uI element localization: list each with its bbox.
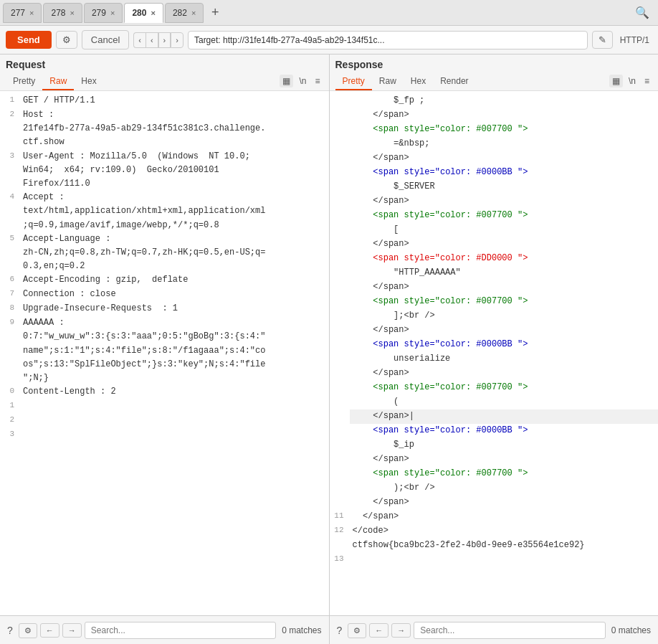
request-tab-raw[interactable]: Raw	[42, 73, 74, 90]
tab-add-button[interactable]: +	[205, 3, 225, 23]
tab-279-label: 279	[92, 8, 106, 18]
request-line-4: 4 Accept : text/html,application/xhtml+x…	[0, 191, 329, 232]
send-button[interactable]: Send	[6, 31, 52, 49]
tab-280[interactable]: 280 ×	[124, 3, 163, 23]
response-tab-render[interactable]: Render	[433, 73, 475, 90]
response-line-span14: <span style="color: #007700 ">	[330, 381, 659, 395]
request-tab-pretty[interactable]: Pretty	[6, 73, 42, 90]
bottom-bars: ? ⚙ ← → 0 matches ? ⚙ ← → 0 matches	[0, 615, 658, 644]
response-line-span13: </span>	[330, 366, 659, 381]
request-panel: Request Pretty Raw Hex ▦ \n ≡ 1 GET / HT…	[0, 55, 330, 615]
request-help-icon[interactable]: ?	[4, 623, 16, 638]
http-version: HTTP/1	[617, 35, 652, 45]
response-line-11: 11 </span>	[330, 510, 659, 524]
main-content: Request Pretty Raw Hex ▦ \n ≡ 1 GET / HT…	[0, 55, 658, 615]
response-line-span15-hl: </span>|	[330, 409, 659, 424]
tab-277-close[interactable]: ×	[29, 9, 34, 17]
response-line-span12: <span style="color: #0000BB ">	[330, 338, 659, 352]
response-line-flag: ctfshow{bca9bc23-2fe2-4b0d-9ee9-e35564e1…	[330, 539, 659, 553]
request-line-2: 2 Host : 21fe14fb-277a-49a5-ab29-134f51c…	[0, 108, 329, 150]
response-line-server: $_SERVER	[330, 180, 659, 194]
response-line-span19: </span>	[330, 496, 659, 510]
request-line-e3: 3	[0, 428, 329, 442]
response-line-span1: </span>	[330, 108, 659, 123]
response-panel-header: Response Pretty Raw Hex Render ▦ \n ≡	[330, 55, 659, 91]
response-help-icon[interactable]: ?	[334, 623, 345, 638]
nav-next2-button[interactable]: ›	[171, 32, 183, 48]
cancel-button[interactable]: Cancel	[82, 30, 129, 49]
response-menu-icon[interactable]: ≡	[642, 75, 652, 87]
nav-prev-button[interactable]: ‹	[133, 32, 146, 48]
tab-search-button[interactable]: 🔍	[629, 6, 655, 19]
toolbar: Send ⚙ Cancel ‹ ‹ › › Target: http://31f…	[0, 26, 658, 55]
request-tab-hex[interactable]: Hex	[74, 73, 103, 90]
response-matches: 0 matches	[609, 625, 654, 635]
response-line-12: 12 </code>	[330, 524, 659, 539]
nav-next-button[interactable]: ›	[158, 32, 171, 48]
response-next-btn[interactable]: →	[391, 623, 411, 638]
response-tab-raw[interactable]: Raw	[372, 73, 404, 90]
response-search-input[interactable]	[414, 622, 605, 639]
request-code-area[interactable]: 1 GET / HTTP/1.1 2 Host : 21fe14fb-277a-…	[0, 91, 329, 615]
request-line-8: 8 Upgrade-Insecure-Requests : 1	[0, 302, 329, 316]
response-bottom-bar: ? ⚙ ← → 0 matches	[330, 616, 659, 644]
response-line-13: 13	[330, 553, 659, 567]
response-line-span6: <span style="color: #007700 ">	[330, 209, 659, 223]
response-line-http-aaaaaa: "HTTP_AAAAAA"	[330, 266, 659, 280]
tab-282-label: 282	[173, 8, 187, 18]
response-line-bracket: [	[330, 223, 659, 237]
request-line-1: 1 GET / HTTP/1.1	[0, 94, 329, 108]
tab-282-close[interactable]: ×	[191, 9, 196, 17]
tab-279[interactable]: 279 ×	[84, 3, 123, 23]
response-line-span5: </span>	[330, 194, 659, 209]
tab-278[interactable]: 278 ×	[43, 3, 82, 23]
nav-prev2-button[interactable]: ‹	[146, 32, 158, 48]
request-gear-btn[interactable]: ⚙	[19, 623, 37, 638]
response-panel: Response Pretty Raw Hex Render ▦ \n ≡ $_…	[330, 55, 659, 615]
response-line-openparen: (	[330, 395, 659, 409]
response-prev-btn[interactable]: ←	[369, 623, 388, 638]
gear-button[interactable]: ⚙	[56, 31, 77, 49]
tab-282[interactable]: 282 ×	[165, 3, 204, 23]
tab-279-close[interactable]: ×	[110, 9, 115, 17]
request-prev-btn[interactable]: ←	[40, 623, 59, 638]
request-menu-icon[interactable]: ≡	[312, 75, 323, 87]
request-line-e1: 1	[0, 399, 329, 414]
response-ln-icon[interactable]: \n	[626, 75, 639, 87]
response-line-span2: <span style="color: #007700 ">	[330, 123, 659, 137]
response-line-span7: </span>	[330, 237, 659, 252]
request-search-input[interactable]	[85, 622, 276, 639]
response-code-area[interactable]: $_fp ; </span> <span style="color: #0077…	[330, 91, 659, 615]
request-line-0: 0 Content-Length : 2	[0, 385, 329, 399]
tab-280-label: 280	[132, 8, 146, 18]
response-gear-btn[interactable]: ⚙	[348, 623, 366, 638]
request-line-6: 6 Accept-Encoding : gzip, deflate	[0, 273, 329, 288]
response-tab-actions: ▦ \n ≡	[609, 75, 652, 89]
edit-button[interactable]: ✎	[592, 31, 613, 49]
tab-278-close[interactable]: ×	[70, 9, 75, 17]
request-line-e2: 2	[0, 414, 329, 428]
response-line-nbsp: $_fp ;	[330, 94, 659, 108]
response-line-span17: </span>	[330, 453, 659, 467]
request-line-9: 9 AAAAAA : 0:7:"w_wuw_w":3:{s:3:"aaa";0:…	[0, 316, 329, 385]
tab-277[interactable]: 277 ×	[3, 3, 42, 23]
request-line-7: 7 Connection : close	[0, 288, 329, 302]
request-panel-title: Request	[6, 59, 323, 70]
request-tab-actions: ▦ \n ≡	[280, 75, 323, 89]
response-line-span9: </span>	[330, 280, 659, 295]
response-line-closeparen: );<br />	[330, 481, 659, 496]
response-line-span10: <span style="color: #007700 ">	[330, 295, 659, 309]
response-line-span18: <span style="color: #007700 ">	[330, 467, 659, 481]
response-line-ip: $_ip	[330, 438, 659, 453]
request-next-btn[interactable]: →	[62, 623, 82, 638]
response-tab-hex[interactable]: Hex	[404, 73, 433, 90]
response-tab-pretty[interactable]: Pretty	[335, 73, 372, 90]
target-url: Target: http://31fe14fb-277a-49a5-ab29-1…	[188, 31, 588, 49]
request-wrap-icon[interactable]: ▦	[280, 75, 293, 87]
response-grid-icon[interactable]: ▦	[609, 75, 623, 87]
tab-280-close[interactable]: ×	[151, 9, 155, 17]
response-panel-tabs: Pretty Raw Hex Render ▦ \n ≡	[335, 73, 653, 90]
request-line-3: 3 User-Agent : Mozilla/5.0 (Windows NT 1…	[0, 150, 329, 191]
request-ln-icon[interactable]: \n	[296, 75, 309, 87]
request-matches: 0 matches	[279, 625, 324, 635]
